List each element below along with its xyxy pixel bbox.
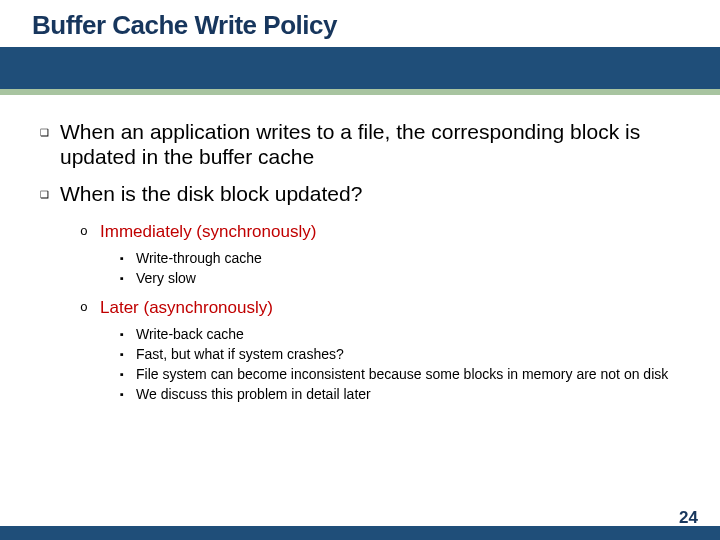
option-1-label: Immediately (synchronously) — [100, 221, 316, 243]
square-filled-bullet-icon: ▪ — [120, 365, 136, 383]
circle-bullet-icon: o — [80, 297, 100, 319]
square-bullet-icon: ❑ — [40, 119, 60, 147]
option-2: o Later (asynchronously) — [80, 297, 680, 319]
bullet-1-text: When an application writes to a file, th… — [60, 119, 680, 169]
bullet-2: ❑ When is the disk block updated? — [40, 181, 680, 209]
sub-text: Very slow — [136, 269, 196, 287]
sub-text: Write-back cache — [136, 325, 244, 343]
sub-text: Fast, but what if system crashes? — [136, 345, 344, 363]
square-filled-bullet-icon: ▪ — [120, 269, 136, 287]
sub-text: Write-through cache — [136, 249, 262, 267]
list-item: ▪ Fast, but what if system crashes? — [120, 345, 680, 363]
square-filled-bullet-icon: ▪ — [120, 345, 136, 363]
slide-title: Buffer Cache Write Policy — [32, 10, 720, 41]
bullet-2-text: When is the disk block updated? — [60, 181, 362, 206]
bullet-1: ❑ When an application writes to a file, … — [40, 119, 680, 169]
title-area: Buffer Cache Write Policy — [0, 0, 720, 41]
option-2-label: Later (asynchronously) — [100, 297, 273, 319]
square-bullet-icon: ❑ — [40, 181, 60, 209]
list-item: ▪ Write-through cache — [120, 249, 680, 267]
footer — [0, 526, 720, 540]
sub-text: We discuss this problem in detail later — [136, 385, 371, 403]
header-blue-bar — [0, 47, 720, 89]
list-item: ▪ We discuss this problem in detail late… — [120, 385, 680, 403]
page-number: 24 — [679, 508, 698, 528]
content-area: ❑ When an application writes to a file, … — [0, 95, 720, 403]
list-item: ▪ File system can become inconsistent be… — [120, 365, 680, 383]
option-2-subs: ▪ Write-back cache ▪ Fast, but what if s… — [120, 325, 680, 403]
slide: Buffer Cache Write Policy ❑ When an appl… — [0, 0, 720, 540]
list-item: ▪ Very slow — [120, 269, 680, 287]
circle-bullet-icon: o — [80, 221, 100, 243]
option-1: o Immediately (synchronously) — [80, 221, 680, 243]
square-filled-bullet-icon: ▪ — [120, 249, 136, 267]
square-filled-bullet-icon: ▪ — [120, 385, 136, 403]
footer-blue-bar — [0, 526, 720, 540]
square-filled-bullet-icon: ▪ — [120, 325, 136, 343]
sub-text: File system can become inconsistent beca… — [136, 365, 668, 383]
option-1-subs: ▪ Write-through cache ▪ Very slow — [120, 249, 680, 287]
list-item: ▪ Write-back cache — [120, 325, 680, 343]
